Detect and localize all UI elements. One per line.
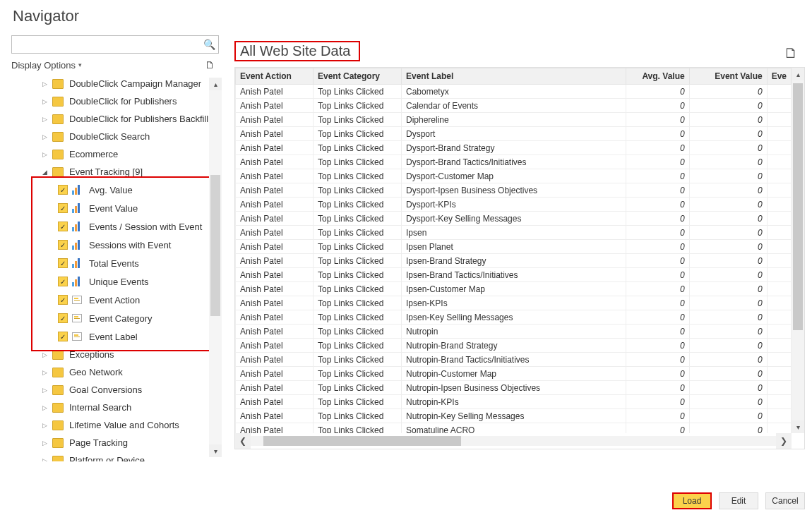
- tree-metric-item[interactable]: ✓Total Events: [11, 254, 222, 272]
- checkbox-checked-icon[interactable]: ✓: [58, 258, 68, 268]
- checkbox-checked-icon[interactable]: ✓: [58, 313, 68, 323]
- cancel-button[interactable]: Cancel: [765, 492, 805, 509]
- tree-dimension-item[interactable]: ✓Event Label: [11, 327, 222, 346]
- chevron-right-icon[interactable]: ▷: [42, 80, 49, 87]
- checkbox-checked-icon[interactable]: ✓: [58, 203, 68, 213]
- table-row[interactable]: Anish PatelTop Links ClickedCabometyx00: [236, 85, 792, 99]
- chevron-right-icon[interactable]: ▷: [42, 422, 49, 429]
- table-row[interactable]: Anish PatelTop Links ClickedIpsen00: [236, 226, 792, 240]
- table-row[interactable]: Anish PatelTop Links ClickedIpsen Planet…: [236, 240, 792, 254]
- table-row[interactable]: Anish PatelTop Links ClickedDysport-Cust…: [236, 169, 792, 183]
- scroll-track[interactable]: [209, 90, 222, 444]
- tree-node[interactable]: ▷Platform or Device: [11, 452, 222, 461]
- chevron-right-icon[interactable]: ▷: [42, 116, 49, 123]
- tree-node-event-tracking[interactable]: ◢ Event Tracking [9]: [11, 163, 222, 181]
- load-button[interactable]: Load: [672, 492, 712, 509]
- tree-node[interactable]: ▷Geo Network: [11, 363, 222, 381]
- table-row[interactable]: Anish PatelTop Links ClickedIpsen-KPIs00: [236, 296, 792, 310]
- scroll-track[interactable]: [792, 80, 804, 420]
- col-header[interactable]: Avg. Value: [626, 68, 689, 85]
- tree-node[interactable]: ▷DoubleClick Search: [11, 128, 222, 145]
- chevron-down-icon[interactable]: ◢: [42, 169, 49, 176]
- tree-scrollbar[interactable]: ▴ ▾: [209, 78, 222, 457]
- scroll-right-icon[interactable]: ❯: [776, 433, 792, 449]
- tree-metric-item[interactable]: ✓Unique Events: [11, 272, 222, 291]
- scroll-thumb[interactable]: [263, 436, 461, 446]
- tree-node[interactable]: ▷Ecommerce: [11, 145, 222, 163]
- table-row[interactable]: Anish PatelTop Links ClickedIpsen-Brand …: [236, 268, 792, 282]
- chevron-right-icon[interactable]: ▷: [42, 457, 49, 462]
- checkbox-checked-icon[interactable]: ✓: [58, 295, 68, 305]
- table-scrollbar-vertical[interactable]: ▴ ▾: [792, 68, 804, 433]
- scroll-thumb[interactable]: [210, 175, 220, 316]
- tree-dimension-item[interactable]: ✓Event Category: [11, 309, 222, 327]
- tree-node[interactable]: ▷Exceptions: [11, 346, 222, 363]
- table-row[interactable]: Anish PatelTop Links ClickedNutropin-Key…: [236, 409, 792, 423]
- tree-node[interactable]: ▷Goal Conversions: [11, 381, 222, 399]
- table-row[interactable]: Anish PatelTop Links ClickedDysport00: [236, 127, 792, 141]
- tree-node[interactable]: ▷Page Tracking: [11, 434, 222, 452]
- tree-metric-item[interactable]: ✓Events / Session with Event: [11, 217, 222, 236]
- chevron-right-icon[interactable]: ▷: [42, 387, 49, 394]
- refresh-icon[interactable]: 🗋: [205, 59, 215, 71]
- chevron-right-icon[interactable]: ▷: [42, 440, 49, 447]
- chevron-right-icon[interactable]: ▷: [42, 351, 49, 358]
- tree-node[interactable]: ▷DoubleClick for Publishers Backfill: [11, 110, 222, 128]
- col-header[interactable]: Event Value: [689, 68, 767, 85]
- table-row[interactable]: Anish PatelTop Links ClickedCalendar of …: [236, 99, 792, 113]
- chevron-right-icon[interactable]: ▷: [42, 98, 49, 105]
- tree-node[interactable]: ▷DoubleClick Campaign Manager: [11, 75, 222, 92]
- table-row[interactable]: Anish PatelTop Links ClickedDysport-KPIs…: [236, 198, 792, 212]
- refresh-preview-icon[interactable]: 🗋: [784, 45, 798, 61]
- scroll-down-icon[interactable]: ▾: [209, 444, 222, 457]
- table-row[interactable]: Anish PatelTop Links ClickedDysport-Bran…: [236, 141, 792, 155]
- search-box[interactable]: 🔍: [11, 35, 219, 54]
- tree-metric-item[interactable]: ✓Avg. Value: [11, 181, 222, 199]
- chevron-right-icon[interactable]: ▷: [42, 369, 49, 376]
- checkbox-checked-icon[interactable]: ✓: [58, 277, 68, 286]
- col-header[interactable]: Event Label: [402, 68, 626, 85]
- cell: Top Links Clicked: [314, 141, 402, 155]
- display-options-row[interactable]: Display Options ▾ 🗋: [7, 58, 222, 73]
- col-header[interactable]: Event Action: [236, 68, 314, 85]
- chevron-right-icon[interactable]: ▷: [42, 133, 49, 140]
- checkbox-checked-icon[interactable]: ✓: [58, 332, 68, 341]
- table-row[interactable]: Anish PatelTop Links ClickedDysport-Key …: [236, 212, 792, 226]
- table-row[interactable]: Anish PatelTop Links ClickedDysport-Ipse…: [236, 183, 792, 198]
- table-row[interactable]: Anish PatelTop Links ClickedDiphereline0…: [236, 113, 792, 127]
- checkbox-checked-icon[interactable]: ✓: [58, 185, 68, 195]
- table-row[interactable]: Anish PatelTop Links ClickedIpsen-Custom…: [236, 282, 792, 296]
- tree-metric-item[interactable]: ✓Event Value: [11, 199, 222, 217]
- scroll-up-icon[interactable]: ▴: [209, 78, 222, 90]
- tree-node[interactable]: ▷Lifetime Value and Cohorts: [11, 416, 222, 434]
- scroll-thumb[interactable]: [793, 83, 803, 330]
- table-row[interactable]: Anish PatelTop Links ClickedNutropin-KPI…: [236, 395, 792, 409]
- table-row[interactable]: Anish PatelTop Links ClickedNutropin00: [236, 325, 792, 339]
- checkbox-checked-icon[interactable]: ✓: [58, 240, 68, 250]
- table-row[interactable]: Anish PatelTop Links ClickedNutropin-Cus…: [236, 367, 792, 381]
- tree-metric-item[interactable]: ✓Sessions with Event: [11, 236, 222, 254]
- table-row[interactable]: Anish PatelTop Links ClickedIpsen-Brand …: [236, 254, 792, 268]
- tree-dimension-item[interactable]: ✓Event Action: [11, 291, 222, 309]
- search-input[interactable]: [12, 36, 200, 53]
- cell: Anish Patel: [236, 141, 314, 155]
- checkbox-checked-icon[interactable]: ✓: [58, 222, 68, 231]
- scroll-down-icon[interactable]: ▾: [792, 420, 804, 433]
- tree-node[interactable]: ▷DoubleClick for Publishers: [11, 92, 222, 110]
- col-header[interactable]: Event Category: [314, 68, 402, 85]
- table-row[interactable]: Anish PatelTop Links ClickedNutropin-Bra…: [236, 353, 792, 367]
- scroll-left-icon[interactable]: ❮: [235, 433, 251, 449]
- chevron-right-icon[interactable]: ▷: [42, 404, 49, 411]
- table-scrollbar-horizontal[interactable]: ❮ ❯: [235, 433, 792, 449]
- edit-button[interactable]: Edit: [719, 492, 758, 509]
- chevron-right-icon[interactable]: ▷: [42, 151, 49, 158]
- col-header[interactable]: Eve: [767, 68, 791, 85]
- table-row[interactable]: Anish PatelTop Links ClickedIpsen-Key Se…: [236, 310, 792, 325]
- table-row[interactable]: Anish PatelTop Links ClickedNutropin-Bra…: [236, 339, 792, 353]
- tree-node[interactable]: ▷Internal Search: [11, 399, 222, 416]
- table-row[interactable]: Anish PatelTop Links ClickedNutropin-Ips…: [236, 381, 792, 395]
- scroll-up-icon[interactable]: ▴: [792, 68, 804, 80]
- scroll-track[interactable]: [251, 436, 776, 446]
- search-icon[interactable]: 🔍: [200, 39, 218, 50]
- table-row[interactable]: Anish PatelTop Links ClickedDysport-Bran…: [236, 155, 792, 169]
